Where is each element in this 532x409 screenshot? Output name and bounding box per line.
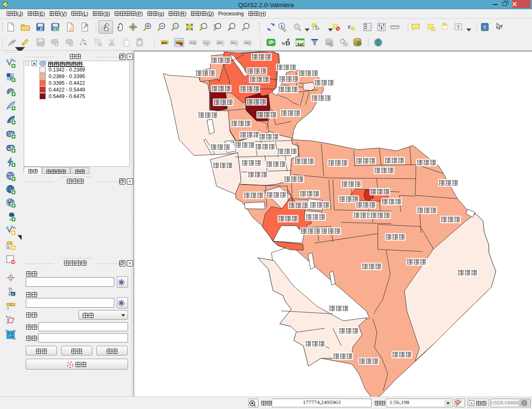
svg-text:abc: abc bbox=[162, 41, 167, 44]
svg-text:b: b bbox=[7, 306, 9, 310]
svg-text:?: ? bbox=[500, 23, 503, 30]
svg-text:1:1: 1:1 bbox=[175, 25, 178, 27]
svg-text:i: i bbox=[281, 24, 282, 29]
svg-text:abc: abc bbox=[245, 41, 251, 44]
svg-text:b: b bbox=[7, 245, 9, 249]
svg-text:?: ? bbox=[483, 24, 486, 30]
svg-text:ε: ε bbox=[348, 23, 351, 30]
svg-text:T: T bbox=[457, 24, 460, 30]
svg-text:D: D bbox=[286, 40, 290, 47]
svg-text:C: C bbox=[12, 292, 14, 296]
